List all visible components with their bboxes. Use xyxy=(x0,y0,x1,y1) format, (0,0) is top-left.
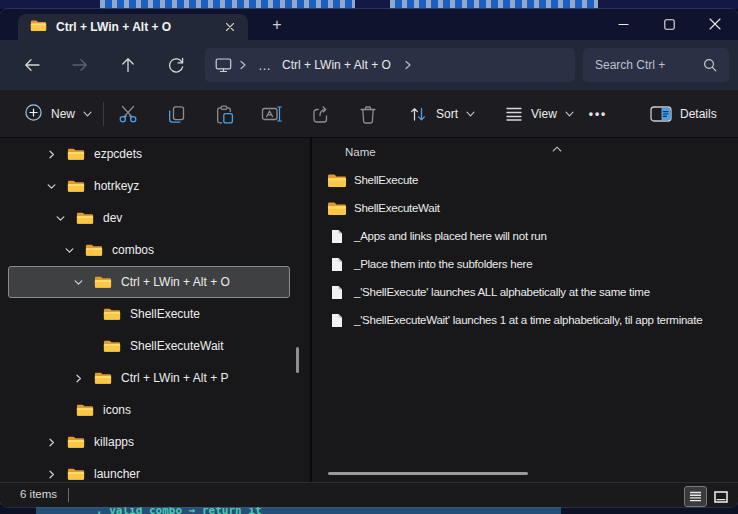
maximize-button[interactable] xyxy=(646,9,692,39)
chevron-down-icon[interactable] xyxy=(70,274,86,290)
chevron-down-icon[interactable] xyxy=(52,210,68,226)
sort-icon xyxy=(408,104,428,124)
view-button[interactable]: View xyxy=(497,98,582,130)
cut-button[interactable] xyxy=(108,98,148,130)
large-icons-view-icon xyxy=(714,491,728,503)
share-icon xyxy=(310,104,331,125)
sort-ascending-caret-icon xyxy=(552,138,562,156)
file-name-label: ShellExecuteWait xyxy=(354,202,440,214)
folder-icon xyxy=(67,467,85,481)
window-controls xyxy=(600,9,738,39)
file-row-place-them-into-the-subfolders-here[interactable]: _Place them into the subfolders here xyxy=(312,250,738,278)
file-pane: Name ShellExecuteShellExecuteWait_Apps a… xyxy=(312,138,738,482)
back-button[interactable] xyxy=(16,49,48,81)
tree-item-launcher[interactable]: launcher xyxy=(8,458,290,482)
tree-item-ctrl-lwin-alt-o[interactable]: Ctrl + LWin + Alt + O xyxy=(8,266,290,298)
folder-icon xyxy=(30,18,47,36)
tree-item-combos[interactable]: combos xyxy=(8,234,290,266)
breadcrumb-chevron-icon[interactable] xyxy=(404,60,412,70)
rename-button[interactable] xyxy=(252,98,292,130)
folder-icon xyxy=(326,173,348,188)
screen: , valid combo → return it Ctrl + LWin + … xyxy=(0,0,738,514)
background-app-strip-bottom: , valid combo → return it xyxy=(0,507,738,514)
file-name-label: ShellExecute xyxy=(354,174,418,186)
more-ellipsis-icon: ••• xyxy=(589,107,608,121)
chevron-down-icon xyxy=(565,111,574,117)
sort-button[interactable]: Sort xyxy=(400,98,483,130)
tree-item-shellexecutewait[interactable]: ShellExecuteWait xyxy=(8,330,290,362)
chevron-down-icon[interactable] xyxy=(43,178,59,194)
copy-button[interactable] xyxy=(156,98,196,130)
chevron-down-icon xyxy=(83,111,92,117)
tree-item-shellexecute[interactable]: ShellExecute xyxy=(8,298,290,330)
delete-button[interactable] xyxy=(348,98,388,130)
file-row-shellexecute-launches-all-alphabetically[interactable]: _'ShellExecute' launches ALL alphabetica… xyxy=(312,278,738,306)
folder-icon xyxy=(94,371,112,385)
close-button[interactable] xyxy=(692,9,738,39)
navigation-bar: … Ctrl + LWin + Alt + O xyxy=(0,40,738,90)
large-icons-view-toggle[interactable] xyxy=(709,486,732,507)
file-row-apps-and-links-placed-here-will-not-run[interactable]: _Apps and links placed here will not run xyxy=(312,222,738,250)
file-icon xyxy=(326,229,348,244)
file-name-label: _Apps and links placed here will not run xyxy=(354,230,547,242)
tree-item-dev[interactable]: dev xyxy=(8,202,290,234)
tree-item-label: hotrkeyz xyxy=(94,179,139,193)
chevron-right-icon[interactable] xyxy=(70,370,86,386)
cut-icon xyxy=(117,103,139,125)
chevron-right-icon[interactable] xyxy=(43,434,59,450)
tree-item-icons[interactable]: icons xyxy=(8,394,290,426)
paste-button[interactable] xyxy=(204,98,244,130)
status-bar: 6 items xyxy=(0,482,738,507)
address-bar[interactable]: … Ctrl + LWin + Alt + O xyxy=(205,48,575,82)
folder-icon xyxy=(67,435,85,449)
search-icon[interactable] xyxy=(703,58,717,72)
column-header-label: Name xyxy=(345,146,376,158)
copy-icon xyxy=(166,104,187,125)
tree-item-ctrl-lwin-alt-p[interactable]: Ctrl + LWin + Alt + P xyxy=(8,362,290,394)
folder-icon xyxy=(85,243,103,257)
sidebar-scrollbar-thumb[interactable] xyxy=(296,347,299,373)
refresh-button[interactable] xyxy=(160,49,192,81)
file-icon xyxy=(326,257,348,272)
new-button[interactable]: New xyxy=(14,98,102,130)
tree-item-ezpcdets[interactable]: ezpcdets xyxy=(8,138,290,170)
tab-close-icon[interactable] xyxy=(220,17,240,37)
file-row-shellexecutewait[interactable]: ShellExecuteWait xyxy=(312,194,738,222)
chevron-down-icon xyxy=(466,111,475,117)
details-button-label: Details xyxy=(680,107,717,121)
file-row-shellexecutewait-launches-1-at-a-time-al[interactable]: _'ShellExecuteWait' launches 1 at a time… xyxy=(312,306,738,334)
details-view-toggle[interactable] xyxy=(684,486,707,507)
file-row-shellexecute[interactable]: ShellExecute xyxy=(312,166,738,194)
breadcrumb-current-folder[interactable]: Ctrl + LWin + Alt + O xyxy=(276,52,397,78)
search-input[interactable] xyxy=(583,58,703,72)
up-button[interactable] xyxy=(112,49,144,81)
tree-item-killapps[interactable]: killapps xyxy=(8,426,290,458)
file-icon xyxy=(326,313,348,328)
chevron-right-icon[interactable] xyxy=(43,466,59,482)
share-button[interactable] xyxy=(300,98,340,130)
minimize-button[interactable] xyxy=(600,9,646,39)
more-options-button[interactable]: ••• xyxy=(583,98,613,130)
explorer-tab[interactable]: Ctrl + LWin + Alt + O xyxy=(18,14,248,40)
tree-item-label: ShellExecuteWait xyxy=(130,339,224,353)
chevron-right-icon[interactable] xyxy=(43,146,59,162)
this-pc-icon[interactable] xyxy=(215,52,232,78)
column-header-name[interactable]: Name xyxy=(312,138,738,166)
tree-item-label: combos xyxy=(112,243,154,257)
chevron-down-icon[interactable] xyxy=(61,242,77,258)
file-explorer-window: Ctrl + LWin + Alt + O + xyxy=(0,9,738,507)
details-pane-button[interactable]: Details xyxy=(642,98,725,130)
folder-icon xyxy=(67,147,85,161)
rename-icon xyxy=(261,104,283,124)
horizontal-scrollbar-thumb[interactable] xyxy=(328,472,528,475)
title-bar: Ctrl + LWin + Alt + O + xyxy=(0,9,738,40)
toolbar-divider xyxy=(103,102,104,126)
folder-icon xyxy=(94,275,112,289)
new-tab-button[interactable]: + xyxy=(262,13,292,37)
tree-item-hotrkeyz[interactable]: hotrkeyz xyxy=(8,170,290,202)
forward-button[interactable] xyxy=(64,49,96,81)
background-app-strip-top xyxy=(0,0,738,9)
breadcrumb-ellipsis-button[interactable]: … xyxy=(254,52,276,78)
search-box[interactable] xyxy=(583,48,729,82)
view-icon xyxy=(505,106,523,122)
